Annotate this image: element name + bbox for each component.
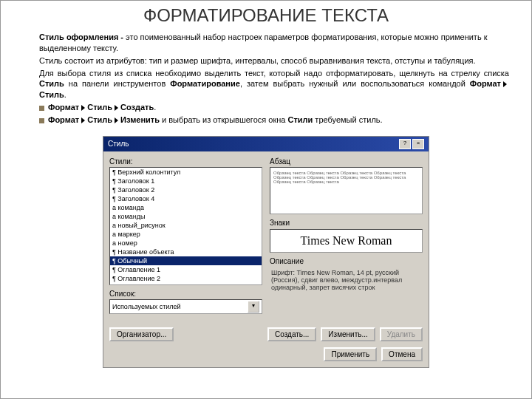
apply-button[interactable]: Применить xyxy=(324,347,377,361)
list-item[interactable]: ¶ Заголовок 1 xyxy=(110,177,262,185)
bullet-icon xyxy=(39,118,44,123)
list-item[interactable]: ¶ Верхний колонтитул xyxy=(110,168,262,177)
help-button[interactable]: ? xyxy=(399,139,411,149)
list-item[interactable]: a маркер xyxy=(110,230,262,239)
list-item[interactable]: ¶ Заголовок 2 xyxy=(110,185,262,194)
close-button[interactable]: × xyxy=(412,139,424,149)
list-item[interactable]: ¶ Оглавление 1 xyxy=(110,265,262,274)
list-item[interactable]: a команды xyxy=(110,212,262,221)
bullet-icon xyxy=(39,106,44,111)
list-item[interactable]: ¶ Заголовок 4 xyxy=(110,194,262,203)
page-title: ФОРМАТИРОВАНИЕ ТЕКСТА xyxy=(1,5,531,26)
styles-listbox[interactable]: ¶ Верхний колонтитул¶ Заголовок 1¶ Загол… xyxy=(109,167,262,285)
paragraph-label: Абзац xyxy=(270,157,423,166)
chars-label: Знаки xyxy=(270,219,423,227)
arrow-icon xyxy=(115,105,118,111)
desc-label: Описание xyxy=(270,257,423,265)
organizer-button[interactable]: Организатор... xyxy=(109,327,174,341)
arrow-icon xyxy=(81,117,85,123)
styles-label: Стили: xyxy=(109,157,262,166)
paragraph-preview: Образец текста Образец текста Образец те… xyxy=(270,167,423,214)
list-combo[interactable]: Используемых стилей ▾ xyxy=(109,299,262,314)
titlebar: Стиль ? × xyxy=(103,137,429,151)
list-item[interactable]: a новый_рисунок xyxy=(110,221,262,230)
modify-button[interactable]: Изменить... xyxy=(321,327,375,341)
list-label: Список: xyxy=(109,290,262,298)
list-item[interactable]: ¶ Название объекта xyxy=(110,248,262,256)
delete-button[interactable]: Удалить xyxy=(380,327,423,341)
arrow-icon xyxy=(503,81,507,87)
chevron-down-icon[interactable]: ▾ xyxy=(248,301,259,313)
cancel-button[interactable]: Отмена xyxy=(381,347,423,361)
description-text: Шрифт: Times New Roman, 14 pt, русский (… xyxy=(270,267,423,306)
dialog-title: Стиль xyxy=(108,140,129,148)
arrow-icon xyxy=(115,117,118,123)
create-button[interactable]: Создать... xyxy=(267,327,316,341)
arrow-icon xyxy=(81,105,85,111)
list-item[interactable]: a команда xyxy=(110,203,262,212)
style-dialog: Стиль ? × Стили: ¶ Верхний колонтитул¶ З… xyxy=(103,136,429,368)
list-item[interactable]: a номер xyxy=(110,239,262,248)
list-item[interactable]: ¶ Оглавление 2 xyxy=(110,274,262,283)
font-preview: Times New Roman xyxy=(270,229,423,253)
body-text: Стиль оформления - это поименованный наб… xyxy=(1,32,531,133)
list-item[interactable]: ¶ Обычный xyxy=(110,256,262,265)
